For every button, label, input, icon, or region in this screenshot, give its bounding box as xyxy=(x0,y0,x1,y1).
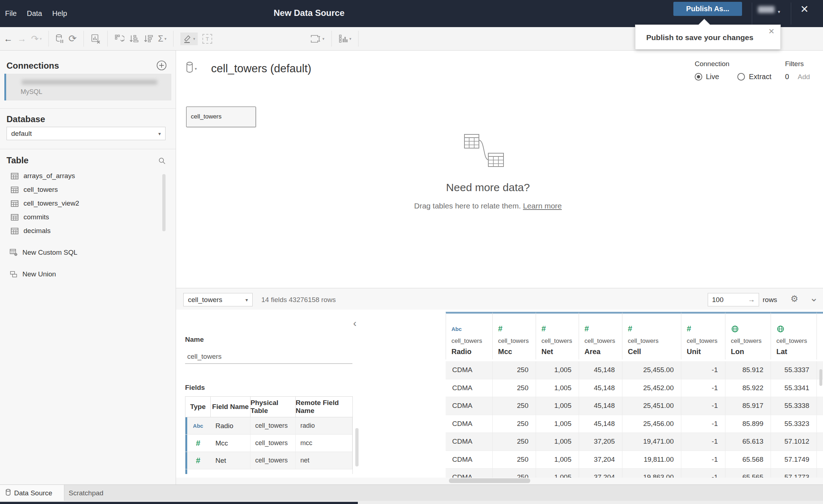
row-count-field[interactable]: → xyxy=(708,293,759,306)
tooltip-close-icon[interactable]: ✕ xyxy=(768,27,775,36)
tab-scratchpad[interactable]: Scratchpad xyxy=(69,485,103,501)
fit-cell-icon[interactable]: ▾ xyxy=(310,34,325,44)
extract-label[interactable]: Extract xyxy=(749,73,771,81)
grid-cell: 250 xyxy=(493,415,536,433)
field-row[interactable]: #Netcell_towersnet xyxy=(185,452,352,469)
relationship-canvas: ▾ cell_towers (default) Connection Live … xyxy=(176,51,823,288)
grid-cell-clipped xyxy=(817,469,823,478)
grid-column-header[interactable]: #cell_towersArea xyxy=(579,312,622,359)
grid-cell-clipped xyxy=(817,415,823,433)
fields-col-field-name[interactable]: Field Name xyxy=(211,397,250,417)
table-name-input[interactable] xyxy=(185,349,352,364)
forward-icon[interactable]: → xyxy=(17,34,26,43)
clear-sheet-icon[interactable] xyxy=(91,34,100,44)
table-list: arrays_of_arrayscell_towerscell_towers_v… xyxy=(0,169,170,238)
add-connection-icon[interactable] xyxy=(156,60,167,72)
refresh-icon[interactable]: ⟳ xyxy=(68,34,77,44)
grid-cell: 65.565 xyxy=(725,469,771,478)
grid-column-header[interactable]: #cell_towersNet xyxy=(536,312,579,359)
field-row[interactable]: AbcRadiocell_towersradio xyxy=(185,417,352,435)
pause-updates-icon[interactable] xyxy=(56,34,64,44)
learn-more-link[interactable]: Learn more xyxy=(523,202,562,210)
publish-as-button[interactable]: Publish As... xyxy=(673,2,742,16)
datasource-cylinder-icon[interactable] xyxy=(186,61,193,75)
apply-row-count-icon[interactable]: → xyxy=(748,296,759,304)
show-cards-icon[interactable]: ▾ xyxy=(339,34,352,43)
grid-horizontal-scrollbar[interactable] xyxy=(449,478,530,483)
user-account-name-blurred[interactable] xyxy=(758,6,775,13)
table-list-item[interactable]: commits xyxy=(0,210,170,224)
grid-cell: CDMA xyxy=(446,397,493,415)
collapse-details-chevron-icon[interactable]: ‹ xyxy=(353,318,356,328)
grid-cell: 1,005 xyxy=(536,361,579,379)
grid-cell: 55.3323 xyxy=(771,415,817,433)
filters-add-link[interactable]: Add xyxy=(798,73,810,81)
table-heading: Table xyxy=(7,155,29,165)
sort-ascending-icon[interactable] xyxy=(129,34,139,43)
grid-cell: 45,148 xyxy=(579,397,622,415)
fields-col-physical-table[interactable]: Physical Table xyxy=(250,397,296,417)
search-icon[interactable] xyxy=(158,157,166,167)
table-name: decimals xyxy=(23,227,51,235)
totals-icon[interactable]: Σ▾ xyxy=(158,34,166,43)
preview-table-select[interactable]: cell_towers ▾ xyxy=(183,293,253,306)
connection-name-blurred xyxy=(22,80,157,85)
row-count-input[interactable] xyxy=(708,296,741,304)
menu-file[interactable]: File xyxy=(5,9,17,18)
fields-table: Type Field Name Physical Table Remote Fi… xyxy=(185,396,353,474)
toolbar-separator xyxy=(358,31,359,47)
sort-descending-icon[interactable] xyxy=(143,34,153,43)
grid-column-header[interactable]: #cell_towersUnit xyxy=(681,312,725,359)
swap-axes-icon[interactable] xyxy=(115,34,124,43)
database-select[interactable]: default ▾ xyxy=(7,127,166,140)
collapse-panel-chevron-icon[interactable]: ⌄ xyxy=(810,292,818,304)
table-list-item[interactable]: cell_towers xyxy=(0,183,170,197)
grid-cell: 250 xyxy=(493,361,536,379)
menu-data[interactable]: Data xyxy=(27,9,42,18)
grid-cell: 25,452.00 xyxy=(622,379,681,397)
grid-column-header[interactable]: cell_towersLon xyxy=(725,312,771,359)
replay-icon[interactable]: ↷▾ xyxy=(31,34,42,43)
grid-column-header[interactable]: Abccell_towersRadio xyxy=(446,312,493,359)
table-list-item[interactable]: arrays_of_arrays xyxy=(0,169,170,183)
field-physical-table: cell_towers xyxy=(250,452,296,469)
chevron-down-icon: ▾ xyxy=(158,131,161,137)
datasource-caret-icon[interactable]: ▾ xyxy=(195,66,197,71)
fields-table-body: AbcRadiocell_towersradio#Mcccell_towersm… xyxy=(185,417,352,474)
back-icon[interactable]: ← xyxy=(4,34,13,43)
data-source-tab-label: Data Source xyxy=(14,489,52,497)
live-radio[interactable] xyxy=(695,73,702,81)
new-custom-sql-item[interactable]: New Custom SQL xyxy=(0,246,170,259)
grid-cell: 45,148 xyxy=(579,361,622,379)
menu-help[interactable]: Help xyxy=(52,9,67,18)
fields-scrollbar[interactable] xyxy=(355,428,359,466)
extract-radio[interactable] xyxy=(737,73,745,81)
connection-list-item[interactable]: MySQL xyxy=(4,74,171,100)
table-details-panel: ‹ Name Fields Type Field Name Physical T… xyxy=(176,310,446,478)
logical-table-card[interactable]: cell_towers xyxy=(186,107,256,127)
fields-col-remote-field-name[interactable]: Remote Field Name xyxy=(296,397,352,417)
live-label[interactable]: Live xyxy=(706,73,719,81)
table-name: cell_towers_view2 xyxy=(23,199,79,207)
grid-cell: 55.3337 xyxy=(771,361,817,379)
new-union-item[interactable]: New Union xyxy=(0,267,170,281)
related-tables-illustration xyxy=(462,132,516,173)
grid-row: CDMA2501,00545,14825,455.00-185.91255.33… xyxy=(446,361,823,379)
fields-col-type[interactable]: Type xyxy=(185,397,211,417)
field-row[interactable]: #Mcccell_towersmcc xyxy=(185,435,352,452)
tab-data-source[interactable]: Data Source xyxy=(0,485,64,501)
table-list-item[interactable]: cell_towers_view2 xyxy=(0,197,170,210)
grid-column-header[interactable]: #cell_towersMcc xyxy=(493,312,536,359)
highlight-icon[interactable]: ▾ xyxy=(180,33,198,45)
gear-icon[interactable]: ⚙ xyxy=(790,294,798,304)
user-menu-caret-icon[interactable]: ▾ xyxy=(778,9,780,14)
connection-type-label: MySQL xyxy=(21,88,42,96)
grid-cell: 1,005 xyxy=(536,379,579,397)
text-box-icon[interactable]: T xyxy=(202,34,212,44)
table-list-item[interactable]: decimals xyxy=(0,224,170,238)
table-list-scrollbar[interactable] xyxy=(162,174,166,231)
grid-vertical-scrollbar[interactable] xyxy=(819,369,822,386)
grid-column-header[interactable]: #cell_towersCell xyxy=(622,312,681,359)
grid-column-header[interactable]: cell_towersLat xyxy=(771,312,817,359)
close-icon[interactable]: ✕ xyxy=(800,4,809,14)
